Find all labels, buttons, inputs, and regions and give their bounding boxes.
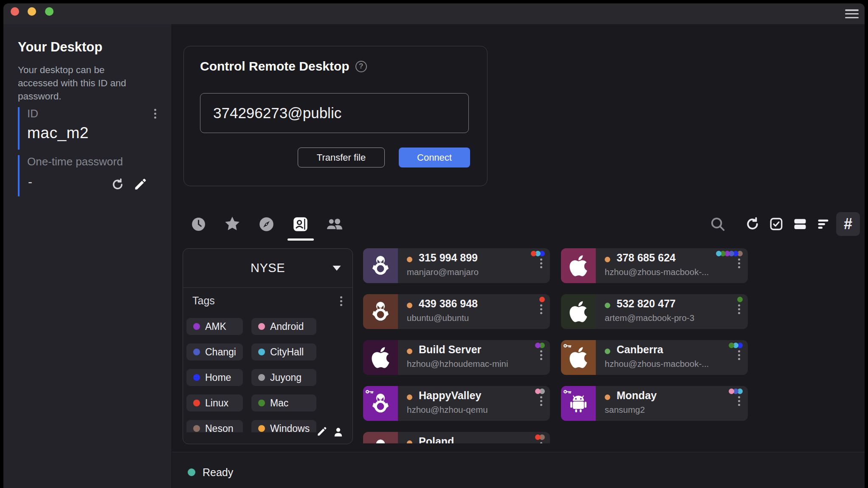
peer-username: sansumg2 bbox=[605, 405, 645, 415]
search-icon[interactable] bbox=[708, 215, 727, 233]
refresh-peers-icon[interactable] bbox=[743, 215, 762, 233]
peer-kebab-menu-icon[interactable] bbox=[540, 258, 542, 268]
peer-status-dot bbox=[605, 303, 610, 308]
minimize-button[interactable] bbox=[28, 7, 36, 16]
chevron-down-icon bbox=[332, 265, 341, 273]
tab-group[interactable] bbox=[325, 215, 344, 233]
peer-kebab-menu-icon[interactable] bbox=[738, 350, 740, 360]
select-checkbox-icon[interactable] bbox=[767, 215, 786, 233]
tab-address-book[interactable] bbox=[291, 215, 310, 233]
refresh-password-icon[interactable] bbox=[111, 178, 124, 191]
peer-os-icon-block bbox=[363, 340, 398, 375]
peer-username: ubuntu@ubuntu bbox=[407, 313, 469, 323]
group-people-icon bbox=[325, 216, 344, 233]
peer-kebab-menu-icon[interactable] bbox=[540, 442, 542, 443]
tag-chip[interactable]: Android bbox=[251, 318, 316, 335]
peer-card[interactable]: Poland bbox=[363, 432, 550, 443]
tag-chip[interactable]: Juyong bbox=[251, 369, 316, 386]
peer-tag-dots bbox=[535, 389, 545, 394]
peer-card[interactable]: Build Server hzhou@hzhoudemac-mini bbox=[363, 340, 550, 375]
tag-color-dot bbox=[258, 374, 265, 381]
maximize-button[interactable] bbox=[45, 7, 54, 16]
peer-kebab-menu-icon[interactable] bbox=[540, 396, 542, 406]
peer-kebab-menu-icon[interactable] bbox=[738, 258, 740, 268]
peer-status-dot bbox=[407, 257, 412, 262]
view-grid-id-button[interactable]: # bbox=[836, 212, 860, 236]
peer-name: 378 685 624 bbox=[617, 252, 676, 264]
peer-username: manjaro@manjaro bbox=[407, 267, 479, 277]
peer-name: 315 994 899 bbox=[419, 252, 478, 264]
hash-grid-icon: # bbox=[844, 216, 852, 232]
tag-label: Neson bbox=[205, 423, 233, 433]
peer-tag-dots bbox=[531, 251, 545, 256]
peer-kebab-menu-icon[interactable] bbox=[540, 350, 542, 360]
peer-tag-dots bbox=[716, 251, 743, 256]
tab-recent-sessions[interactable] bbox=[189, 215, 208, 233]
tag-chip[interactable]: AMK bbox=[186, 318, 243, 335]
peer-kebab-menu-icon[interactable] bbox=[738, 396, 740, 406]
peer-tag-dots bbox=[535, 434, 545, 440]
peer-os-icon-block bbox=[561, 294, 596, 329]
compass-icon bbox=[258, 216, 275, 233]
close-button[interactable] bbox=[11, 7, 19, 16]
peer-status-dot bbox=[605, 394, 610, 400]
hamburger-menu-icon[interactable] bbox=[845, 8, 859, 20]
remote-id-input[interactable] bbox=[200, 93, 469, 133]
connect-button[interactable]: Connect bbox=[399, 148, 470, 167]
sidebar-description: Your desktop can be accessed with this I… bbox=[18, 63, 147, 103]
peer-tag-dots bbox=[539, 297, 545, 302]
tag-label: Mac bbox=[270, 397, 288, 409]
linux-tux-icon bbox=[369, 438, 392, 443]
peer-os-icon-block bbox=[363, 432, 398, 443]
peer-card[interactable]: 532 820 477 artem@macbook-pro-3 bbox=[561, 294, 748, 329]
peer-username: hzhou@zhous-macbook-... bbox=[605, 267, 709, 277]
peer-tag-dots bbox=[729, 343, 743, 348]
peer-card[interactable]: HappyValley hzhou@hzhou-qemu bbox=[363, 386, 550, 421]
connection-status-text: Ready bbox=[203, 466, 233, 479]
peer-status-dot bbox=[407, 440, 412, 443]
tag-chip[interactable]: Home bbox=[186, 369, 243, 386]
tags-kebab-menu-icon[interactable] bbox=[340, 296, 342, 306]
tag-color-dot bbox=[193, 374, 200, 381]
help-circle-icon[interactable]: ? bbox=[355, 61, 367, 72]
peer-card[interactable]: 378 685 624 hzhou@zhous-macbook-... bbox=[561, 248, 748, 283]
tab-favorites[interactable] bbox=[223, 215, 242, 233]
tag-chip[interactable]: Mac bbox=[251, 394, 316, 411]
sort-icon[interactable] bbox=[814, 215, 833, 233]
person-icon[interactable] bbox=[333, 426, 344, 438]
tag-chip[interactable]: Linux bbox=[186, 394, 243, 411]
peer-card[interactable]: Monday sansumg2 bbox=[561, 386, 748, 421]
tag-chip[interactable]: Windows bbox=[251, 420, 316, 432]
apple-icon bbox=[569, 300, 588, 323]
peer-name: Poland bbox=[419, 435, 454, 443]
linux-tux-icon bbox=[369, 392, 392, 414]
apple-icon bbox=[569, 254, 588, 278]
tag-label: CityHall bbox=[270, 346, 304, 358]
main-area: Control Remote Desktop ? Transfer file C… bbox=[172, 24, 865, 488]
key-icon bbox=[366, 388, 374, 393]
id-kebab-menu-icon[interactable] bbox=[154, 109, 156, 119]
peer-card[interactable]: 315 994 899 manjaro@manjaro bbox=[363, 248, 550, 283]
edit-tags-pencil-icon[interactable] bbox=[316, 426, 328, 437]
view-cards-icon[interactable] bbox=[791, 215, 809, 233]
peer-kebab-menu-icon[interactable] bbox=[738, 304, 740, 314]
tag-color-dot bbox=[258, 425, 265, 432]
app-window: Your Desktop Your desktop can be accesse… bbox=[3, 3, 865, 488]
tag-chip[interactable]: Neson bbox=[186, 420, 243, 432]
tag-chip[interactable]: Changi bbox=[186, 343, 243, 360]
peer-card[interactable]: Canberra hzhou@zhous-macbook-... bbox=[561, 340, 748, 375]
edit-password-pencil-icon[interactable] bbox=[133, 177, 148, 191]
peers-scroll-area[interactable]: 315 994 899 manjaro@manjaro 378 685 624 … bbox=[363, 248, 750, 443]
tab-discovered[interactable] bbox=[257, 215, 276, 233]
peer-kebab-menu-icon[interactable] bbox=[540, 304, 542, 314]
tag-color-dot bbox=[193, 323, 200, 330]
peer-card[interactable]: 439 386 948 ubuntu@ubuntu bbox=[363, 294, 550, 329]
address-book-dropdown[interactable]: NYSE bbox=[183, 249, 352, 287]
peer-os-icon-block bbox=[363, 248, 398, 283]
tag-color-dot bbox=[258, 323, 265, 330]
tag-chip[interactable]: CityHall bbox=[251, 343, 316, 360]
apple-icon bbox=[569, 346, 588, 369]
transfer-file-button[interactable]: Transfer file bbox=[298, 148, 385, 167]
star-icon bbox=[223, 215, 241, 233]
password-label: One-time password bbox=[27, 155, 159, 168]
